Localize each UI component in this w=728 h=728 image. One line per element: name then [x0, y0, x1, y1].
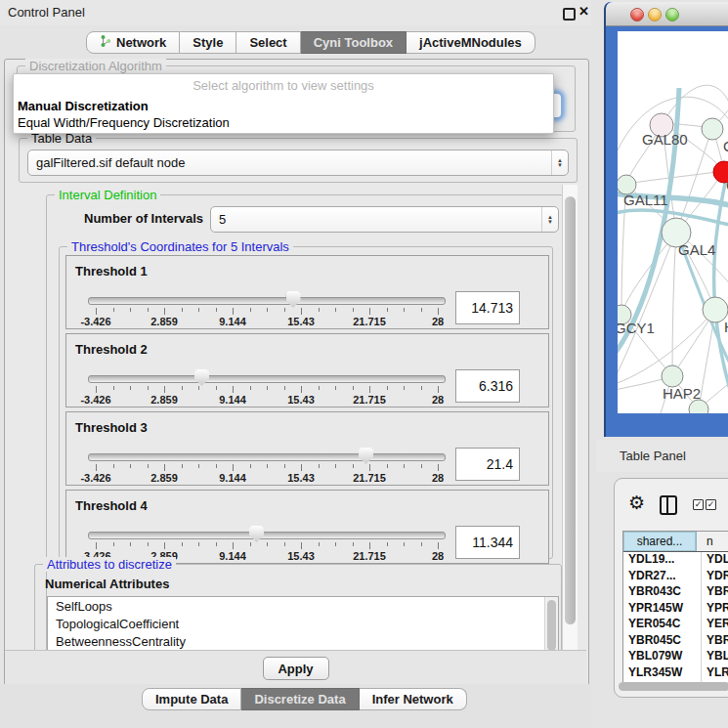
stepper-icon[interactable]: ▲▼ [551, 150, 568, 175]
tick-mark [164, 386, 165, 393]
apply-button[interactable]: Apply [263, 657, 329, 680]
threshold-label: Threshold 3 [75, 420, 148, 435]
attribute-item-betweennesscentrality[interactable]: BetweennessCentrality [48, 632, 558, 650]
threshold-value-field[interactable]: 6.316 [455, 369, 520, 403]
close-traffic-light-icon[interactable] [630, 8, 644, 21]
table-row[interactable]: YDR27...YDR2 [623, 569, 728, 585]
network-node-label: H [724, 319, 728, 335]
network-edge[interactable] [626, 171, 724, 184]
zoom-traffic-light-icon[interactable] [665, 8, 679, 21]
cell-name[interactable]: YDR2 [702, 569, 728, 585]
number-of-intervals-combobox[interactable]: 5 ▲▼ [210, 206, 559, 233]
cell-name[interactable]: YBR0 [702, 584, 728, 601]
tab-impute-data[interactable]: Impute Data [142, 688, 241, 710]
cell-name[interactable]: YBR0 [702, 633, 728, 650]
cell-name[interactable]: YBL0 [702, 649, 728, 665]
tick-mark [421, 464, 422, 468]
close-icon[interactable]: ✕ [578, 4, 589, 19]
tick-mark [113, 464, 114, 468]
tick-mark [148, 308, 149, 312]
cell-shared-name[interactable]: YPR145W [623, 601, 702, 618]
table-row[interactable]: YPR145WYPR1 [623, 601, 728, 618]
table-row[interactable]: YER054CYER0 [623, 617, 728, 633]
cell-name[interactable]: YDL1 [702, 552, 728, 569]
panel-scrollbar[interactable] [562, 185, 578, 650]
float-window-icon[interactable] [563, 8, 576, 21]
numerical-attributes-label: Numerical Attributes [45, 577, 169, 591]
table-row[interactable]: YBR045CYBR0 [623, 633, 728, 650]
cell-shared-name[interactable]: YBR043C [623, 584, 702, 601]
table-row[interactable]: YBL079WYBL0 [623, 649, 728, 665]
cell-name[interactable]: YLR3 [702, 665, 728, 682]
column-header-n[interactable]: n [697, 532, 728, 551]
attribute-item-selfloops[interactable]: SelfLoops [48, 597, 558, 615]
cell-shared-name[interactable]: YDL19... [623, 552, 702, 569]
threshold-value-field[interactable]: 11.344 [455, 526, 520, 559]
algorithm-prompt-item[interactable]: Select algorithm to view settings [14, 74, 553, 98]
tick-mark [335, 386, 336, 390]
tab-label: jActiveMNodules [419, 35, 522, 50]
tab-label: Network [116, 35, 166, 50]
column-header-shared-[interactable]: shared... [623, 532, 697, 551]
tick-mark [233, 308, 234, 315]
network-edge[interactable] [618, 232, 676, 378]
stepper-icon[interactable]: ▲▼ [541, 207, 558, 232]
tick-mark [335, 464, 336, 468]
threshold-slider[interactable]: -3.4262.8599.14415.4321.71528 [88, 446, 446, 483]
network-canvas[interactable]: GAL80G.CGAL11GAL4GCY1HHAP2 [618, 31, 728, 413]
tick-mark [148, 464, 149, 468]
control-panel-title: Control Panel [8, 5, 85, 20]
checkbox-icon[interactable]: ✓ [693, 499, 704, 510]
tab-network[interactable]: Network [86, 31, 180, 54]
cell-name[interactable]: YER0 [702, 617, 728, 633]
threshold-slider[interactable]: -3.4262.8599.14415.4321.71528 [88, 524, 446, 561]
table-row[interactable]: YDL19...YDL1 [623, 552, 728, 569]
threshold-value-field[interactable]: 14.713 [455, 291, 520, 324]
split-columns-icon[interactable] [660, 495, 677, 515]
tick-mark [438, 464, 439, 471]
network-node[interactable] [689, 400, 708, 413]
slider-thumb[interactable] [249, 526, 264, 542]
tab-style[interactable]: Style [180, 31, 236, 54]
numerical-attributes-list[interactable]: SelfLoopsTopologicalCoefficientBetweenne… [47, 596, 559, 650]
tick-mark [369, 308, 370, 315]
tick-mark [216, 542, 217, 546]
network-node[interactable] [702, 118, 723, 140]
network-window-titlebar[interactable] [606, 2, 728, 26]
checkbox-icon[interactable]: ✓ [706, 499, 716, 510]
slider-thumb[interactable] [286, 291, 301, 308]
threshold-value-field[interactable]: 21.4 [455, 448, 520, 481]
list-scrollbar[interactable] [544, 597, 558, 650]
gear-icon[interactable]: ⚙ [628, 492, 645, 514]
cell-shared-name[interactable]: YBR045C [623, 633, 702, 650]
tick-mark [198, 542, 199, 546]
table-horizontal-scrollbar[interactable] [619, 682, 728, 691]
tab-infer-network[interactable]: Infer Network [360, 688, 467, 710]
tick-label: 21.715 [353, 394, 386, 406]
algorithm-option-manual-discretization[interactable]: Manual Discretization [14, 98, 553, 114]
cell-shared-name[interactable]: YBL079W [623, 649, 702, 665]
tab-cyni-toolbox[interactable]: Cyni Toolbox [301, 31, 407, 54]
scrollbar-thumb[interactable] [547, 600, 556, 650]
slider-thumb[interactable] [359, 448, 373, 464]
tab-discretize-data[interactable]: Discretize Data [241, 688, 359, 710]
tab-jactivemnodules[interactable]: jActiveMNodules [407, 31, 535, 54]
attribute-item-topologicalcoefficient[interactable]: TopologicalCoefficient [48, 615, 558, 632]
network-node[interactable] [662, 365, 683, 387]
table-data-combobox[interactable]: galFiltered.sif default node ▲▼ [27, 150, 569, 176]
table-row[interactable]: YBR043CYBR0 [623, 584, 728, 601]
slider-thumb[interactable] [194, 369, 209, 386]
threshold-slider[interactable]: -3.4262.8599.14415.4321.71528 [88, 367, 446, 405]
minimize-traffic-light-icon[interactable] [648, 8, 662, 21]
threshold-slider[interactable]: -3.4262.8599.14415.4321.71528 [88, 289, 446, 326]
algorithm-option-equal-width-frequency-discretization[interactable]: Equal Width/Frequency Discretization [14, 114, 553, 131]
cell-shared-name[interactable]: YLR345W [623, 665, 702, 682]
tab-select[interactable]: Select [236, 31, 300, 54]
cell-shared-name[interactable]: YDR27... [623, 569, 702, 585]
cell-shared-name[interactable]: YER054C [623, 617, 702, 633]
network-edge[interactable] [663, 85, 728, 123]
scrollbar-thumb[interactable] [565, 196, 576, 624]
network-edge[interactable] [672, 232, 676, 376]
table-row[interactable]: YLR345WYLR3 [623, 665, 728, 682]
cell-name[interactable]: YPR1 [702, 601, 728, 618]
